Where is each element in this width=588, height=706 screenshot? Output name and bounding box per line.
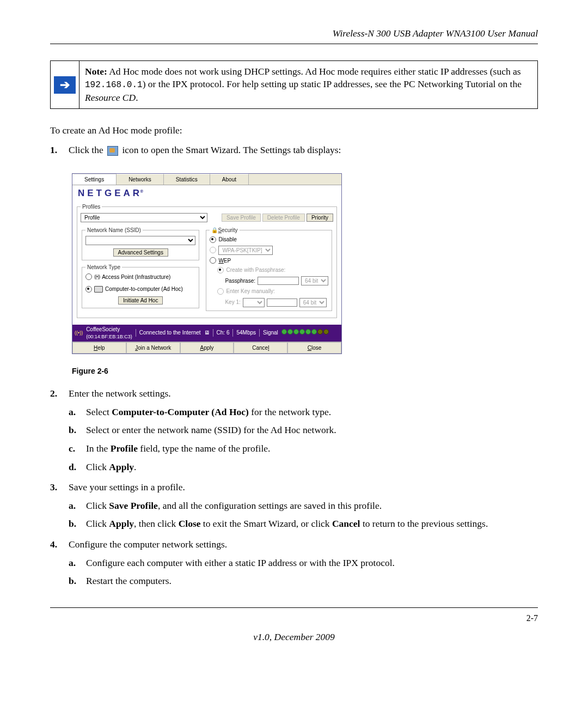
tab-statistics[interactable]: Statistics (164, 174, 210, 185)
passphrase-bits-select[interactable]: 64 bits (301, 276, 328, 285)
radio-wpa-psk[interactable]: WPA-PSK[TKIP] (210, 246, 328, 255)
key-bits-select[interactable]: 64 bits (299, 298, 327, 307)
tab-networks[interactable]: Networks (117, 174, 164, 185)
internet-icon: 🖥 (204, 329, 210, 337)
step-4: 4. Configure the computer network settin… (50, 538, 538, 588)
wizard-tabs: Settings Networks Statistics About (72, 174, 341, 186)
passphrase-input[interactable] (258, 277, 299, 285)
radio-wep[interactable]: WEP (210, 257, 328, 265)
status-signal-label: Signal (263, 329, 278, 337)
help-button[interactable]: Help (72, 342, 126, 354)
note-label: Note: (85, 66, 107, 77)
page-footer: 2-7 (50, 612, 538, 624)
key-number-select[interactable] (243, 298, 265, 307)
note-icon-cell: ➔ (51, 61, 79, 109)
security-fieldset: 🔒Security Disable WPA-PSK[TKIP] WEP (206, 227, 332, 311)
netgear-logo: NETGEAR® (78, 188, 143, 198)
radio-disable[interactable]: Disable (210, 236, 328, 244)
status-connected: Connected to the Internet (139, 329, 201, 337)
note-text: Note: Ad Hoc mode does not work using DH… (79, 61, 537, 109)
save-profile-button[interactable]: Save Profile (222, 214, 261, 222)
bottom-buttons: Help Join a Network Apply Cancel Close (72, 342, 341, 354)
step-1: 1. Click the icon to open the Smart Wiza… (50, 144, 538, 376)
header-rule (50, 44, 538, 44)
page-header: Wireless-N 300 USB Adapter WNA3100 User … (50, 27, 538, 40)
status-ssid: CoffeeSociety (86, 326, 120, 332)
footer-rule (50, 607, 538, 608)
brand-bar: NETGEAR® (72, 185, 341, 201)
arrow-right-icon: ➔ (54, 76, 76, 94)
resource-cd: Resource CD (85, 92, 136, 103)
ssid-select[interactable] (85, 236, 195, 245)
status-rate: 54Mbps (236, 329, 256, 337)
figure-caption: Figure 2-6 (72, 366, 538, 376)
ssid-fieldset: Network Name (SSID) Advanced Settings (82, 227, 199, 261)
apply-button[interactable]: Apply (180, 342, 234, 354)
tab-settings[interactable]: Settings (72, 174, 117, 185)
smart-wizard-window: Settings Networks Statistics About NETGE… (72, 173, 342, 354)
lock-icon: 🔒 (211, 227, 218, 234)
radio-ad-hoc[interactable]: Computer-to-computer (Ad Hoc) (85, 285, 183, 293)
wpa-select[interactable]: WPA-PSK[TKIP] (218, 246, 273, 255)
smart-wizard-icon (107, 146, 118, 156)
signal-strength-icon (281, 329, 329, 337)
advanced-settings-button[interactable]: Advanced Settings (113, 248, 168, 257)
tab-about[interactable]: About (210, 174, 249, 185)
computer-icon (94, 286, 103, 293)
profile-select[interactable]: Profile (81, 213, 207, 222)
page-number: 2-7 (526, 612, 538, 624)
network-type-fieldset: Network Type ((•)) Access Point (Infrast… (82, 264, 199, 308)
signal-icon: ((•)) (75, 330, 83, 336)
priority-button[interactable]: Priority (307, 214, 333, 222)
intro-line: To create an Ad Hoc mode profile: (50, 124, 538, 137)
close-button[interactable]: Close (287, 342, 341, 354)
profiles-fieldset: Profiles Profile Save Profile Delete Pro… (77, 203, 337, 318)
initiate-ad-hoc-button[interactable]: Initiate Ad Hoc (118, 296, 163, 305)
delete-profile-button[interactable]: Delete Profile (262, 214, 305, 222)
status-mac: (00:14:BF:EB:1B:C3) (86, 334, 132, 339)
figure-2-6: Settings Networks Statistics About NETGE… (72, 173, 538, 376)
step-2: 2. Enter the network settings. a.Select … (50, 387, 538, 473)
note-box: ➔ Note: Ad Hoc mode does not work using … (50, 60, 538, 109)
status-bar: ((•)) CoffeeSociety (00:14:BF:EB:1B:C3) … (72, 325, 341, 342)
key-input[interactable] (267, 299, 297, 307)
radio-access-point[interactable]: ((•)) Access Point (Infrastructure) (85, 273, 170, 281)
radio-enter-key[interactable]: Enter Key manually: (217, 288, 275, 295)
step-3: 3. Save your settings in a profile. a.Cl… (50, 481, 538, 531)
note-ip: 192.168.0.1 (85, 80, 143, 90)
cancel-button[interactable]: Cancel (234, 342, 287, 354)
radio-create-passphrase[interactable]: Create with Passphrase: (217, 266, 285, 274)
footer-version: v1.0, December 2009 (50, 631, 538, 644)
join-network-button[interactable]: Join a Network (126, 342, 180, 354)
access-point-icon: ((•)) (94, 273, 100, 280)
